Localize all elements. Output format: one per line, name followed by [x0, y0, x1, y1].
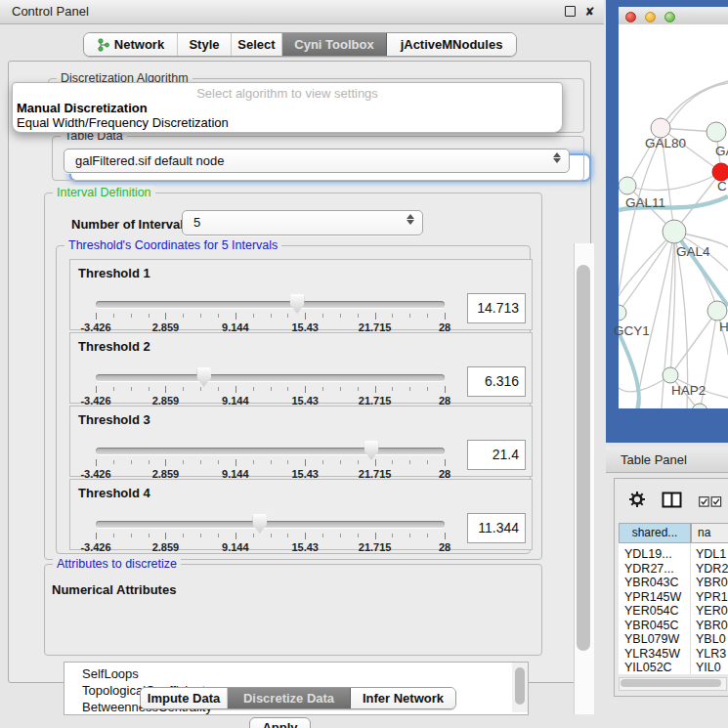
node-gal4[interactable] — [663, 220, 686, 243]
network-window-titlebar[interactable] — [619, 7, 728, 25]
column-layout-icon[interactable] — [662, 492, 682, 508]
minimize-traffic-light-icon[interactable] — [645, 12, 656, 22]
threshold-1-value-field[interactable]: 14.713 — [467, 293, 526, 323]
node-label-gal11: GAL11 — [625, 195, 665, 210]
control-panel-title: Control Panel — [12, 4, 89, 19]
cyni-toolbox-panel: Discretization Algorithm Table Data galF… — [8, 61, 591, 683]
table-row[interactable]: YBR045CYBR0 — [619, 619, 728, 633]
threshold-4-slider[interactable]: -3.426 2.859 9.144 15.43 21.715 28 — [96, 480, 445, 549]
threshold-2-slider[interactable]: -3.426 2.859 9.144 15.43 21.715 28 — [96, 333, 445, 403]
list-item[interactable]: SelfLoops — [82, 666, 139, 681]
app-root: Control Panel ✘ Network Style Select — [0, 0, 728, 728]
node-gal80[interactable] — [651, 118, 670, 138]
spinner-arrows-icon — [407, 214, 414, 225]
bottom-tab-bar: Impute Data Discretize Data Infer Networ… — [140, 687, 456, 709]
slider-handle[interactable] — [196, 367, 211, 387]
slider-ticks — [96, 313, 445, 321]
tab-discretize-data[interactable]: Discretize Data — [228, 688, 351, 708]
threshold-3-panel: Threshold 3 -3.426 2.859 9.144 15.43 21.… — [69, 406, 533, 477]
column-header-shared[interactable]: shared... — [619, 523, 691, 543]
tab-style[interactable]: Style — [178, 33, 232, 56]
tab-jactivemnodules[interactable]: jActiveMNodules — [387, 33, 516, 56]
table-row[interactable]: YER054CYER0 — [619, 604, 728, 619]
table-data-combobox[interactable]: galFiltered.sif default node — [64, 149, 570, 173]
slider-track[interactable] — [96, 374, 445, 381]
threshold-2-panel: Threshold 2 -3.426 2.859 9.144 15.43 21.… — [69, 332, 533, 404]
table-row[interactable]: YDR27...YDR2 — [619, 562, 728, 577]
table-hscrollbar-thumb[interactable] — [621, 679, 721, 687]
slider-track[interactable] — [96, 448, 445, 454]
node-label-gal80: GAL80 — [645, 136, 686, 150]
table-row[interactable]: YDL19...YDL1 — [619, 547, 728, 562]
panel-vscrollbar-thumb[interactable] — [577, 265, 590, 651]
node-label-hap2: HAP2 — [671, 383, 706, 398]
table-row[interactable]: YLR345WYLR3 — [619, 647, 728, 662]
dropdown-option-manual-discretization[interactable]: Manual Discretization — [17, 101, 148, 115]
dropdown-option-equal-width-frequency[interactable]: Equal Width/Frequency Discretization — [17, 115, 229, 130]
threshold-3-value-field[interactable]: 21.4 — [467, 440, 526, 470]
table-panel-title: Table Panel — [621, 452, 687, 467]
gear-icon[interactable] — [628, 491, 646, 508]
control-panel-titlebar[interactable]: Control Panel ✘ — [0, 0, 604, 24]
slider-track[interactable] — [96, 521, 445, 528]
node-partial-low-right[interactable] — [707, 301, 727, 321]
float-window-icon[interactable] — [564, 6, 577, 19]
tab-cyni-toolbox-label: Cyni Toolbox — [294, 37, 373, 52]
attributes-group-title: Attributes to discretize — [53, 557, 181, 571]
threshold-1-panel: Threshold 1 -3.426 2.859 9.144 15.43 21.… — [69, 259, 533, 330]
table-row[interactable]: YIL052CYIL0 — [619, 661, 728, 675]
tab-infer-network[interactable]: Infer Network — [351, 688, 455, 708]
tab-infer-network-label: Infer Network — [363, 691, 444, 706]
threshold-4-panel: Threshold 4 -3.426 2.859 9.144 15.43 21.… — [69, 479, 533, 550]
node-gcy1[interactable] — [619, 305, 626, 321]
slider-handle[interactable] — [252, 514, 267, 534]
number-of-intervals-combobox[interactable]: 5 — [182, 210, 423, 236]
tab-cyni-toolbox[interactable]: Cyni Toolbox — [282, 33, 387, 56]
slider-ticks — [96, 459, 445, 467]
tab-network[interactable]: Network — [84, 33, 178, 56]
tab-select[interactable]: Select — [232, 33, 282, 56]
node-hap2[interactable] — [663, 367, 678, 383]
threshold-2-value-field[interactable]: 6.316 — [467, 366, 526, 397]
table-row[interactable]: YBR043CYBR0 — [619, 576, 728, 590]
close-icon[interactable]: ✘ — [583, 6, 596, 19]
table-data-value: galFiltered.sif default node — [75, 153, 224, 168]
tab-jactivemnodules-label: jActiveMNodules — [401, 37, 503, 52]
threshold-3-slider[interactable]: -3.426 2.859 9.144 15.43 21.715 28 — [96, 407, 445, 476]
algorithm-dropdown-popup: Select algorithm to view settings Manual… — [12, 82, 563, 133]
close-traffic-light-icon[interactable] — [625, 12, 636, 22]
table-row[interactable]: YBL079WYBL0 — [619, 632, 728, 647]
node-partial-top-right[interactable] — [707, 122, 726, 142]
slider-handle[interactable] — [290, 294, 305, 314]
threshold-4-value-field[interactable]: 11.344 — [467, 513, 526, 543]
number-of-intervals-label: Number of Intervals — [71, 217, 191, 232]
numerical-attributes-label: Numerical Attributes — [52, 582, 176, 597]
column-divider — [690, 543, 691, 674]
network-canvas[interactable] — [619, 24, 728, 408]
tab-impute-data[interactable]: Impute Data — [141, 688, 228, 708]
tick-label: -3.426 — [80, 541, 110, 553]
spinner-arrows-icon — [553, 152, 561, 163]
node-label-gcy1: GCY1 — [614, 323, 650, 338]
table-row[interactable]: YPR145WYPR1 — [619, 590, 728, 605]
algorithm-placeholder: Select algorithm to view settings — [13, 86, 562, 101]
zoom-traffic-light-icon[interactable] — [664, 12, 675, 22]
node-label-gal4: GAL4 — [676, 244, 710, 259]
select-columns-checkboxes-icon[interactable] — [699, 496, 722, 507]
attributes-list-scrollbar-thumb[interactable] — [515, 667, 525, 705]
node-attribute-table[interactable]: shared... na YDL19...YDL1 YDR27...YDR2 Y… — [619, 523, 728, 674]
tab-select-label: Select — [237, 37, 275, 52]
table-panel-titlebar[interactable]: Table Panel — [606, 447, 728, 473]
apply-button[interactable]: Apply — [249, 717, 311, 728]
slider-track[interactable] — [96, 301, 445, 308]
attributes-group: Attributes to discretize — [44, 564, 542, 656]
control-panel-window: Control Panel ✘ Network Style Select — [0, 0, 604, 728]
column-header-name[interactable]: na — [691, 523, 728, 543]
node-label-partial-top-right: GA — [715, 144, 728, 158]
number-of-intervals-value: 5 — [193, 215, 200, 230]
slider-handle[interactable] — [364, 441, 379, 460]
tick-label: 15.43 — [291, 541, 319, 553]
threshold-1-slider[interactable]: -3.426 2.859 9.144 15.43 21.715 28 — [96, 260, 445, 329]
tick-label: 28 — [439, 541, 450, 553]
node-gal11[interactable] — [619, 177, 636, 194]
